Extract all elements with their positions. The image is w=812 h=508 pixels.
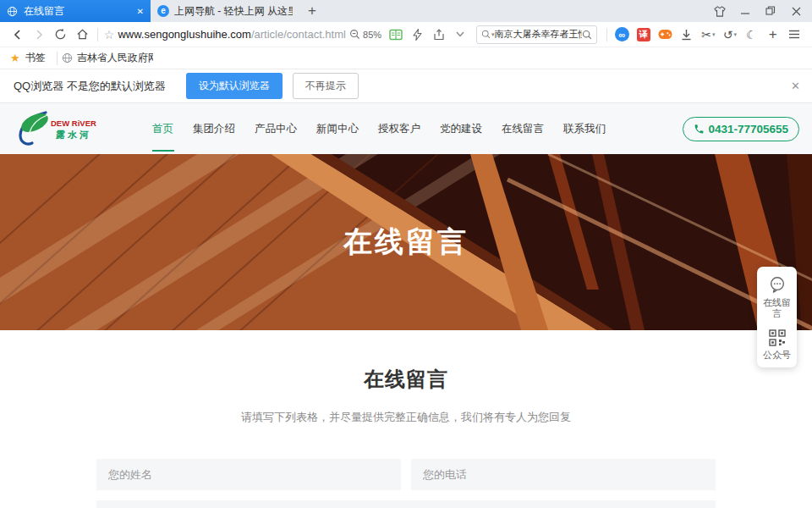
- phone-input[interactable]: [411, 459, 716, 490]
- float-online-message[interactable]: 在线留言: [760, 275, 793, 319]
- logo-text-en: DEW RiVER: [51, 119, 96, 128]
- section-title: 在线留言: [0, 330, 812, 393]
- notification-message: QQ浏览器 不是您的默认浏览器: [14, 79, 166, 94]
- search-go-icon[interactable]: [582, 30, 592, 40]
- float-label: 公众号: [763, 350, 791, 361]
- tab-close-icon[interactable]: ✕: [137, 7, 144, 16]
- translate-icon[interactable]: 译: [634, 25, 652, 45]
- restore-button[interactable]: [760, 2, 782, 20]
- forward-icon[interactable]: [30, 25, 47, 45]
- phone-number-pill[interactable]: 0431-77705655: [683, 117, 799, 141]
- url-display[interactable]: www.sengonglushuihe.com/article/contact.…: [118, 28, 346, 41]
- name-input[interactable]: [96, 459, 401, 490]
- tabbar-spacer: [325, 0, 709, 22]
- tab-navigation-page[interactable]: e 上网导航 - 轻快上网 从这里开始: [151, 0, 299, 22]
- floating-contact-widget: 在线留言 公众号: [757, 267, 797, 367]
- notification-close-icon[interactable]: ✕: [791, 80, 800, 92]
- tab-online-message[interactable]: 在线留言 ✕: [0, 0, 151, 22]
- main-navigation: 首页 集团介绍 产品中心 新闻中心 授权客户 党的建设 在线留言 联系我们: [149, 103, 609, 154]
- chevron-down-icon[interactable]: [452, 25, 469, 45]
- nav-group-intro[interactable]: 集团介绍: [189, 122, 239, 136]
- new-tab-button[interactable]: +: [299, 0, 325, 22]
- bookmarks-root[interactable]: ★ 书签: [10, 51, 46, 65]
- qq-sync-icon[interactable]: ∞: [613, 25, 631, 45]
- message-form: [96, 459, 716, 508]
- flash-boost-icon[interactable]: [409, 25, 426, 45]
- url-path: /article/contact.html: [251, 28, 346, 41]
- globe-icon: [62, 52, 73, 64]
- bookmarks-divider: [57, 52, 58, 65]
- phone-icon: [694, 124, 705, 135]
- zoom-indicator[interactable]: 85%: [349, 29, 381, 40]
- add-app-icon[interactable]: +: [764, 25, 782, 45]
- nav-online-message[interactable]: 在线留言: [498, 122, 547, 136]
- search-input[interactable]: [495, 30, 582, 40]
- screenshot-scissors-icon[interactable]: ✂▾: [700, 25, 717, 45]
- back-icon[interactable]: [8, 25, 26, 45]
- section-subtitle: 请填写下列表格，并尽量提供完整正确信息，我们将有专人为您回复: [0, 410, 812, 425]
- toolbar-divider: [97, 28, 98, 41]
- theme-skin-icon[interactable]: [709, 2, 731, 20]
- game-center-icon[interactable]: [656, 25, 674, 45]
- search-icon: [481, 30, 491, 39]
- home-icon[interactable]: [73, 25, 91, 45]
- history-undo-icon[interactable]: ↺▾: [721, 25, 738, 45]
- url-domain: www.sengonglushuihe.com: [118, 28, 251, 41]
- logo-text-cn: 露 水 河: [55, 130, 89, 140]
- dont-remind-button[interactable]: 不再提示: [293, 73, 359, 99]
- nav-party-building[interactable]: 党的建设: [436, 122, 486, 136]
- window-controls: [709, 0, 812, 22]
- hero-title: 在线留言: [0, 223, 812, 262]
- nav-products[interactable]: 产品中心: [251, 122, 300, 136]
- refresh-icon[interactable]: [52, 25, 69, 45]
- browser-window: 在线留言 ✕ e 上网导航 - 轻快上网 从这里开始 +: [0, 0, 812, 508]
- night-mode-icon[interactable]: ☾: [743, 25, 760, 45]
- bookmark-star-icon[interactable]: ☆: [104, 28, 115, 41]
- reader-mode-icon[interactable]: [387, 25, 404, 45]
- bookmarks-bar: ★ 书签 吉林省人民政府网: [0, 47, 812, 69]
- nav-contact[interactable]: 联系我们: [560, 122, 609, 136]
- tab-title: 上网导航 - 轻快上网 从这里开始: [174, 4, 293, 19]
- browser-e-icon: e: [157, 5, 169, 17]
- zoom-out-icon: [349, 29, 360, 40]
- float-official-account[interactable]: 公众号: [760, 329, 793, 361]
- bookmarks-label: 书签: [25, 51, 46, 65]
- nav-news[interactable]: 新闻中心: [313, 122, 362, 136]
- share-icon[interactable]: [430, 25, 447, 45]
- download-icon[interactable]: [678, 25, 695, 45]
- tab-title: 在线留言: [24, 4, 132, 19]
- float-label: 在线留言: [760, 297, 793, 319]
- close-window-button[interactable]: [785, 2, 807, 20]
- nav-authorized-clients[interactable]: 授权客户: [375, 122, 424, 136]
- minimize-button[interactable]: [734, 2, 756, 20]
- search-box[interactable]: ▾: [476, 25, 597, 44]
- message-textarea[interactable]: [96, 500, 716, 508]
- toolbar-divider: [606, 28, 607, 41]
- tab-bar: 在线留言 ✕ e 上网导航 - 轻快上网 从这里开始 +: [0, 0, 812, 22]
- bookmark-label: 吉林省人民政府网: [77, 51, 153, 65]
- set-default-browser-button[interactable]: 设为默认浏览器: [186, 73, 283, 99]
- star-icon: ★: [10, 52, 20, 64]
- hero-banner: 在线留言: [0, 154, 812, 330]
- message-section: 在线留言 请填写下列表格，并尽量提供完整正确信息，我们将有专人为您回复: [0, 330, 812, 508]
- menu-icon[interactable]: [786, 25, 804, 45]
- default-browser-notification: QQ浏览器 不是您的默认浏览器 设为默认浏览器 不再提示 ✕: [0, 69, 812, 103]
- site-logo[interactable]: DEW RiVER 露 水 河: [12, 110, 105, 151]
- site-header: DEW RiVER 露 水 河 首页 集团介绍 产品中心 新闻中心 授权客户 党…: [0, 103, 812, 154]
- bookmark-item[interactable]: 吉林省人民政府网: [62, 51, 153, 65]
- zoom-level: 85%: [363, 30, 381, 40]
- nav-home[interactable]: 首页: [149, 122, 177, 136]
- qr-code-icon: [769, 329, 786, 346]
- phone-number: 0431-77705655: [708, 123, 788, 135]
- chat-bubble-icon: [768, 275, 787, 294]
- globe-icon: [7, 6, 18, 17]
- address-toolbar: ☆ www.sengonglushuihe.com/article/contac…: [0, 22, 812, 47]
